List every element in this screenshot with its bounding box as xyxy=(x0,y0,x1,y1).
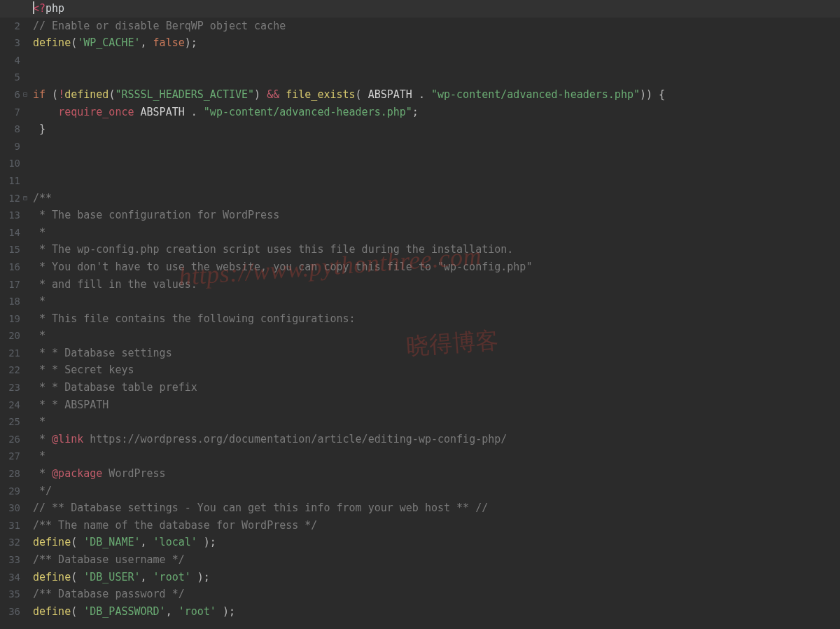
code-token: WordPress xyxy=(102,467,165,480)
code-line[interactable]: */ xyxy=(33,483,840,500)
code-token: // Enable or disable BerqWP object cache xyxy=(33,20,286,32)
line-number[interactable]: 11 xyxy=(0,172,24,190)
line-number[interactable]: 13 xyxy=(0,207,24,224)
line-number[interactable]: 21 xyxy=(0,345,24,362)
text-caret xyxy=(33,1,34,14)
line-number[interactable]: 14 xyxy=(0,224,24,242)
code-line[interactable] xyxy=(33,69,840,86)
code-token: define xyxy=(33,605,71,618)
code-editor[interactable]: 1234567891011121314151617181920212223242… xyxy=(0,0,840,629)
code-token: * xyxy=(33,295,46,307)
code-line[interactable]: <?php xyxy=(33,0,840,18)
code-line[interactable]: * and fill in the values. xyxy=(33,276,840,293)
line-number[interactable]: 31 xyxy=(0,517,24,534)
code-token: /** Database username */ xyxy=(33,553,185,566)
code-line[interactable]: * @package WordPress xyxy=(33,465,840,483)
code-line[interactable]: // ** Database settings - You can get th… xyxy=(33,499,840,517)
line-number[interactable]: 19 xyxy=(0,310,24,328)
code-line[interactable]: * xyxy=(33,413,840,431)
code-token: * * Database table prefix xyxy=(33,381,197,394)
code-line[interactable]: define( 'DB_PASSWORD', 'root' ); xyxy=(33,603,840,621)
line-number[interactable]: 17 xyxy=(0,276,24,293)
code-line[interactable]: * xyxy=(33,293,840,310)
code-line[interactable] xyxy=(33,155,840,172)
line-number[interactable]: 29 xyxy=(0,483,24,500)
fold-toggle-icon[interactable]: ⊟ xyxy=(23,190,27,207)
line-number[interactable]: 27 xyxy=(0,448,24,465)
code-token: , xyxy=(141,536,153,548)
code-line[interactable]: * The wp-config.php creation script uses… xyxy=(33,241,840,258)
line-number[interactable]: 4 xyxy=(0,52,24,69)
line-number[interactable]: 8 xyxy=(0,120,24,138)
line-number[interactable]: 35 xyxy=(0,586,24,603)
code-line[interactable] xyxy=(33,172,840,190)
line-number[interactable]: 7 xyxy=(0,104,24,121)
code-line[interactable]: /** Database password */ xyxy=(33,586,840,603)
code-token: ; xyxy=(412,106,419,118)
line-number[interactable]: 28 xyxy=(0,465,24,483)
code-line[interactable]: // Enable or disable BerqWP object cache xyxy=(33,18,840,35)
code-area[interactable]: <?php// Enable or disable BerqWP object … xyxy=(33,0,840,629)
code-line[interactable]: * You don't have to use the website, you… xyxy=(33,258,840,276)
code-token: <? xyxy=(33,2,46,15)
code-line[interactable] xyxy=(33,52,840,69)
code-token: * xyxy=(33,433,52,445)
line-number[interactable]: 5 xyxy=(0,69,24,86)
line-number[interactable]: 10 xyxy=(0,155,24,172)
code-line[interactable]: * * ABSPATH xyxy=(33,396,840,414)
fold-toggle-icon[interactable]: ⊟ xyxy=(23,86,27,104)
code-token: /** The name of the database for WordPre… xyxy=(33,519,317,532)
line-number[interactable]: 15 xyxy=(0,241,24,258)
line-number[interactable]: 22 xyxy=(0,361,24,379)
code-line[interactable]: * * Database settings xyxy=(33,345,840,362)
code-line[interactable]: require_once ABSPATH . "wp-content/advan… xyxy=(33,104,840,121)
code-line[interactable]: if (!defined("RSSSL_HEADERS_ACTIVE") && … xyxy=(33,86,840,104)
line-number[interactable]: 9 xyxy=(0,138,24,155)
line-number[interactable]: 30 xyxy=(0,499,24,517)
line-number-gutter[interactable]: 1234567891011121314151617181920212223242… xyxy=(0,0,26,629)
code-line[interactable]: * * Secret keys xyxy=(33,361,840,379)
code-token: 'DB_USER' xyxy=(83,571,140,583)
line-number[interactable]: 23 xyxy=(0,379,24,396)
line-number[interactable]: 24 xyxy=(0,396,24,414)
line-number[interactable]: 6 xyxy=(0,86,24,104)
code-line[interactable]: * This file contains the following confi… xyxy=(33,310,840,328)
code-line[interactable]: * * Database table prefix xyxy=(33,379,840,396)
line-number[interactable]: 12 xyxy=(0,190,24,207)
code-line[interactable]: } xyxy=(33,120,840,138)
code-line[interactable]: * xyxy=(33,448,840,465)
code-line[interactable]: * The base configuration for WordPress xyxy=(33,207,840,224)
line-number[interactable]: 26 xyxy=(0,431,24,448)
code-token: ); xyxy=(197,536,216,548)
code-token: ) xyxy=(254,88,267,101)
code-line[interactable]: define('WP_CACHE', false); xyxy=(33,34,840,52)
code-line[interactable]: define( 'DB_USER', 'root' ); xyxy=(33,569,840,586)
fold-column[interactable]: ⊟⊟ xyxy=(26,0,33,629)
line-number[interactable]: 34 xyxy=(0,569,24,586)
code-line[interactable]: * @link https://wordpress.org/documentat… xyxy=(33,431,840,448)
code-line[interactable]: * xyxy=(33,327,840,345)
line-number[interactable]: 32 xyxy=(0,534,24,551)
code-line[interactable]: define( 'DB_NAME', 'local' ); xyxy=(33,534,840,551)
code-token: . xyxy=(185,106,204,118)
code-line[interactable] xyxy=(33,138,840,155)
line-number[interactable]: 3 xyxy=(0,34,24,52)
code-token: require_once xyxy=(58,106,134,118)
line-number[interactable]: 2 xyxy=(0,18,24,35)
code-line[interactable]: * xyxy=(33,224,840,242)
line-number[interactable]: 36 xyxy=(0,603,24,621)
code-line[interactable]: /** xyxy=(33,190,840,207)
code-token: define xyxy=(33,571,71,583)
line-number[interactable]: 18 xyxy=(0,293,24,310)
code-token: * This file contains the following confi… xyxy=(33,312,356,325)
line-number[interactable]: 33 xyxy=(0,551,24,569)
line-number[interactable]: 20 xyxy=(0,327,24,345)
code-token: @package xyxy=(52,467,102,480)
code-line[interactable]: /** Database username */ xyxy=(33,551,840,569)
code-token: * xyxy=(33,450,46,462)
line-number[interactable]: 25 xyxy=(0,413,24,431)
code-token: ); xyxy=(191,571,210,583)
code-line[interactable]: /** The name of the database for WordPre… xyxy=(33,517,840,534)
line-number[interactable]: 16 xyxy=(0,258,24,276)
code-token: ABSPATH xyxy=(141,106,185,118)
